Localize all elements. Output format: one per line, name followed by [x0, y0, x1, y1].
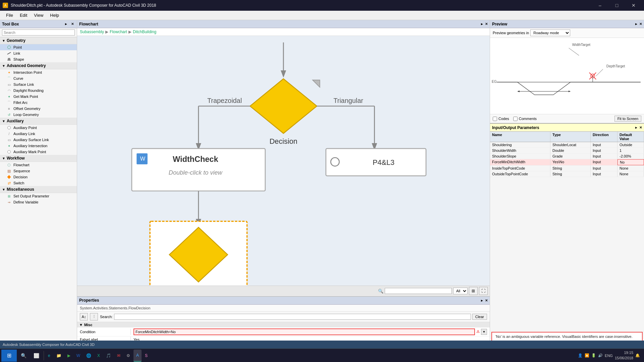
prop-clear-button[interactable]: Clear: [472, 314, 487, 320]
io-row-insidetoppointcode[interactable]: InsideTopPointCode String Input None: [490, 166, 644, 171]
toolbox-close-btn[interactable]: ✕: [70, 22, 75, 26]
breadcrumb-ditchbuilding[interactable]: DitchBuilding: [133, 29, 156, 34]
toolbox-item-flowchart[interactable]: ⬡ Flowchart: [0, 162, 77, 168]
minimize-button[interactable]: –: [592, 0, 608, 11]
io-pin-btn[interactable]: ►: [635, 126, 638, 129]
taskbar-edge[interactable]: e: [45, 350, 53, 362]
flowchart-label: Flowchart: [13, 163, 30, 167]
toolbox-item-link[interactable]: Link: [0, 50, 77, 56]
menu-edit[interactable]: Edit: [16, 11, 31, 19]
toolbox-item-shape[interactable]: Shape: [0, 56, 77, 62]
toolbox-item-offset-geometry[interactable]: ≡ Offset Geometry: [0, 106, 77, 112]
fc-fit-btn[interactable]: ⛶: [479, 287, 488, 295]
prop-sort-cat-btn[interactable]: ⋮: [90, 313, 98, 320]
io-cell-shouldering-type: ShoulderLocat: [550, 142, 591, 147]
main-layout: Tool Box ► ✕ ▼ Geometry Point: [0, 20, 644, 351]
prop-row-condition[interactable]: Condition ⚠ ▼: [77, 327, 490, 337]
toolbox-item-define-variable[interactable]: ⇒ Define Variable: [0, 199, 77, 205]
surface-link-icon: ▭: [7, 82, 11, 87]
taskbar-autocad[interactable]: A: [133, 350, 142, 362]
auxiliary-group-header[interactable]: ▼ Auxiliary: [0, 118, 77, 125]
io-row-shoulderslope[interactable]: ShoulderSlope Grade Input -2.00%: [490, 154, 644, 159]
toolbox-item-point[interactable]: Point: [0, 44, 77, 50]
condition-input[interactable]: [133, 328, 475, 335]
aux-arrow: ▼: [2, 119, 5, 123]
preview-svg: WidthTarget DepthTarget EG: [490, 38, 644, 114]
start-button[interactable]: ⊞: [1, 350, 17, 362]
toolbox-item-set-output-parameter[interactable]: ⊞ Set Output Parameter: [0, 193, 77, 199]
advanced-geometry-group-header[interactable]: ▼ Advanced Geometry: [0, 62, 77, 69]
io-close-btn[interactable]: ✕: [639, 126, 642, 129]
geometry-group-header[interactable]: ▼ Geometry: [0, 37, 77, 44]
io-row-shouldering[interactable]: Shouldering ShoulderLocat Input Outside: [490, 142, 644, 148]
toolbox-item-fillet-arc[interactable]: ⌒ Fillet Arc: [0, 100, 77, 106]
taskbar-files[interactable]: 📁: [54, 350, 64, 362]
workflow-group-header[interactable]: ▼ Workflow: [0, 155, 77, 162]
toolbox-item-auxiliary-surface-link[interactable]: ▭ Auxiliary Surface Link: [0, 137, 77, 143]
breadcrumb-subassembly[interactable]: Subassembly: [80, 29, 104, 34]
taskbar-notification-bell[interactable]: 🔔: [635, 353, 640, 358]
toolbox-item-curve[interactable]: ⌒ Curve: [0, 75, 77, 81]
flowchart-search-input[interactable]: [385, 288, 452, 294]
taskbar-mail[interactable]: ✉: [114, 350, 123, 362]
toolbox-item-decision[interactable]: Decision: [0, 174, 77, 180]
toolbox-item-auxiliary-mark-point[interactable]: Auxiliary Mark Point: [0, 149, 77, 155]
taskbar-chrome[interactable]: 🌐: [84, 350, 94, 362]
comments-checkbox-label[interactable]: Comments: [513, 117, 537, 121]
taskbar-word[interactable]: W: [74, 350, 83, 362]
io-row-shoulderwidth[interactable]: ShoulderWidth Double Input 1: [490, 148, 644, 154]
taskbar-media[interactable]: ▶: [65, 350, 73, 362]
fc-grid-btn[interactable]: ⊞: [469, 287, 478, 295]
toolbox-item-get-mark-point[interactable]: ✦ Get Mark Point: [0, 94, 77, 100]
toolbox-item-surface-link[interactable]: ▭ Surface Link: [0, 81, 77, 87]
toolbox-pin-btn[interactable]: ►: [63, 22, 69, 26]
condition-dropdown-btn[interactable]: ▼: [481, 329, 487, 335]
taskbar-settings[interactable]: ⚙: [124, 350, 133, 362]
flowchart-canvas[interactable]: Decision Trapezoidal Triangular: [77, 36, 490, 286]
preview-close-btn[interactable]: ✕: [639, 22, 642, 26]
toolbox-search-input[interactable]: [2, 29, 75, 36]
flowchart-close-btn[interactable]: ✕: [485, 22, 488, 26]
preview-mode-select[interactable]: Roadway mode Corridor mode: [530, 29, 570, 36]
title-bar: A ShoulderDitch.pkt - Autodesk Subassemb…: [0, 0, 644, 11]
maximize-button[interactable]: □: [609, 0, 625, 11]
properties-pin-btn[interactable]: ►: [480, 299, 484, 302]
toolbox-item-loop-geometry[interactable]: ↺ Loop Geometry: [0, 112, 77, 118]
taskbar-app2[interactable]: S: [142, 350, 150, 362]
toolbox-item-sequence[interactable]: ▤ Sequence: [0, 168, 77, 174]
taskbar-search-button[interactable]: 🔍: [17, 350, 30, 362]
codes-checkbox[interactable]: [493, 117, 497, 121]
menu-view[interactable]: View: [31, 11, 47, 19]
io-cell-insidetoppointcode-type: String: [550, 166, 591, 171]
svg-text:W: W: [140, 156, 146, 162]
taskbar-excel[interactable]: X: [95, 350, 103, 362]
flowchart-pin-btn[interactable]: ►: [480, 22, 484, 26]
curve-label: Curve: [13, 76, 23, 80]
close-button[interactable]: ✕: [626, 0, 641, 11]
toolbox-item-auxiliary-point[interactable]: Auxiliary Point: [0, 125, 77, 131]
preview-pin-btn[interactable]: ►: [635, 22, 638, 26]
breadcrumb-flowchart[interactable]: Flowchart: [110, 29, 127, 34]
toolbox-item-switch[interactable]: ⇄ Switch: [0, 180, 77, 186]
taskbar-clock[interactable]: 19:15 15/06/2018: [615, 350, 633, 361]
io-row-forceminditchwidth[interactable]: ForceMinDitchWidth Yes\No Input No: [490, 159, 644, 166]
menu-bar: File Edit View Help: [0, 11, 644, 20]
properties-close-btn[interactable]: ✕: [485, 299, 488, 302]
toolbox-item-auxiliary-link[interactable]: / Auxiliary Link: [0, 131, 77, 137]
menu-help[interactable]: Help: [47, 11, 62, 19]
toolbox-item-auxiliary-intersection[interactable]: ✦ Auxiliary Intersection: [0, 143, 77, 149]
toolbox-item-intersection-point[interactable]: ✦ Intersection Point: [0, 69, 77, 75]
fit-to-screen-button[interactable]: Fit to Screen: [614, 116, 641, 122]
flowchart-mode-dropdown[interactable]: All: [453, 288, 468, 294]
codes-checkbox-label[interactable]: Codes: [493, 117, 509, 121]
toolbox-item-daylight-rounding[interactable]: ◠ Daylight Rounding: [0, 87, 77, 94]
comments-checkbox[interactable]: [513, 117, 518, 121]
menu-file[interactable]: File: [3, 11, 16, 19]
prop-search-input[interactable]: [114, 314, 471, 320]
task-view-button[interactable]: ⬜: [30, 350, 42, 362]
auxiliary-surface-link-label: Auxiliary Surface Link: [13, 138, 49, 142]
prop-sort-alpha-btn[interactable]: A↕: [80, 313, 88, 320]
taskbar-vlc[interactable]: 🎵: [103, 350, 114, 362]
miscellaneous-group-header[interactable]: ▼ Miscellaneous: [0, 186, 77, 193]
io-row-outsidetoppointcode[interactable]: OutsideTopPointCode String Input None: [490, 171, 644, 177]
